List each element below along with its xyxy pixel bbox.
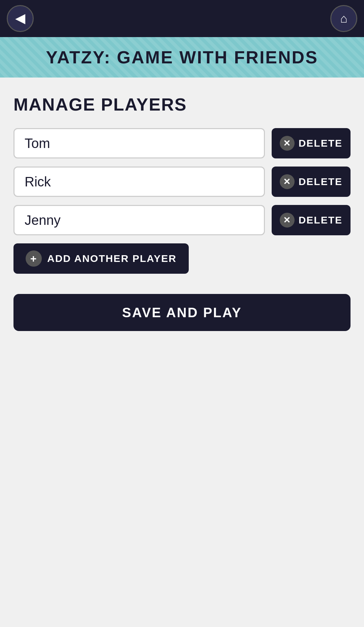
delete-label-1: DELETE xyxy=(299,138,342,149)
back-icon: ◀ xyxy=(16,11,25,26)
delete-label-2: DELETE xyxy=(299,176,342,187)
header-banner: YATZY: GAME WITH FRIENDS xyxy=(0,37,364,78)
save-play-button[interactable]: SAVE AND PLAY xyxy=(13,294,351,331)
save-play-label: SAVE AND PLAY xyxy=(122,305,242,320)
player-input-1[interactable] xyxy=(13,128,265,158)
home-button[interactable]: ⌂ xyxy=(330,5,357,32)
player-row-2: ✕ DELETE xyxy=(13,167,351,197)
delete-button-2[interactable]: ✕ DELETE xyxy=(272,167,351,197)
home-icon: ⌂ xyxy=(340,11,347,26)
back-button[interactable]: ◀ xyxy=(7,5,34,32)
player-row-3: ✕ DELETE xyxy=(13,205,351,235)
delete-icon-2: ✕ xyxy=(280,174,295,189)
app-title: YATZY: GAME WITH FRIENDS xyxy=(13,47,351,67)
main-content: MANAGE PLAYERS ✕ DELETE ✕ DELETE ✕ DELET… xyxy=(0,78,364,348)
add-player-button[interactable]: + ADD ANOTHER PLAYER xyxy=(13,243,189,274)
add-player-label: ADD ANOTHER PLAYER xyxy=(47,253,177,264)
player-row-1: ✕ DELETE xyxy=(13,128,351,158)
delete-icon-3: ✕ xyxy=(280,213,295,228)
player-input-2[interactable] xyxy=(13,167,265,197)
delete-button-1[interactable]: ✕ DELETE xyxy=(272,128,351,158)
delete-button-3[interactable]: ✕ DELETE xyxy=(272,205,351,235)
player-input-3[interactable] xyxy=(13,205,265,235)
delete-icon-1: ✕ xyxy=(280,136,295,151)
plus-icon: + xyxy=(26,250,42,267)
delete-label-3: DELETE xyxy=(299,214,342,226)
section-title: MANAGE PLAYERS xyxy=(13,94,351,115)
top-bar: ◀ ⌂ xyxy=(0,0,364,37)
